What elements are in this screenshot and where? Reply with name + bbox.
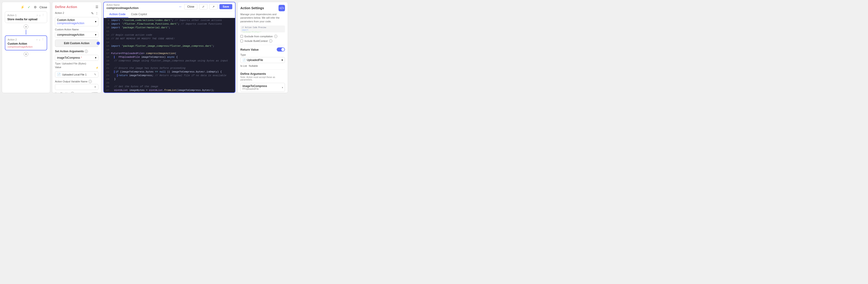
arg-chevron-icon: ▾ [95, 56, 96, 59]
settings-description: Manage your dependencies and parameters … [240, 13, 285, 23]
code-line-19: 19 // compress image using flutter_image… [104, 59, 235, 63]
code-line-26: 26 // Get the bytes of the image [104, 85, 235, 89]
action-node-2-name: Custom Action [8, 42, 44, 45]
code-line-8: 8 import '/custom_code/actions/index.dar… [104, 19, 235, 23]
code-line-17: 17 Future<FFUploadedFile> compressImageA… [104, 52, 235, 56]
set-action-args-info-icon[interactable]: i [85, 50, 88, 53]
add-between-actions-button[interactable]: + [24, 24, 28, 29]
code-line-24: 24 } [104, 78, 235, 82]
back-icon[interactable]: ← [179, 5, 182, 9]
action-node-1-menu[interactable]: ⋮ [42, 13, 44, 17]
type-chevron-icon: ▾ [281, 58, 283, 62]
action-node-2[interactable]: Action 2 ↑ ↓ ⋮ Custom Action compressIma… [5, 35, 47, 50]
arg-name: imageToCompress * [57, 56, 82, 59]
code-close-button[interactable]: Close [184, 4, 197, 9]
type-value-dropdown[interactable]: 📄 UploadedFile ▾ [240, 57, 285, 63]
custom-action-name-label: Custom Action Name [55, 28, 98, 31]
uploaded-file-icon: 📄 [242, 58, 246, 62]
action-node-2-sub: compressImageAction [8, 45, 44, 48]
action-node-2-menu[interactable]: ⋮ [41, 38, 44, 41]
code-editor-content[interactable]: 8 import '/custom_code/actions/index.dar… [104, 18, 235, 92]
action-node-2-controls: ↑ ↓ ⋮ [36, 38, 44, 41]
type-label: Type [240, 53, 285, 56]
arg-required-star: * [81, 56, 82, 59]
return-value-header: Return Value [240, 48, 285, 52]
code-line-18: 18 FFUploadedFile imageToCompress) async… [104, 56, 235, 59]
code-line-27: 27 Uint8List imageBytes = Uint8List.from… [104, 89, 235, 92]
gear-icon[interactable]: ⚙ [33, 5, 38, 9]
define-args-note: Note: Action must accept these as parame… [240, 76, 285, 81]
non-blocking-row: Non-Blocking i [55, 92, 98, 93]
code-line-23: 23 return imageToCompress; // Return ori… [104, 74, 235, 78]
add-after-action2-button[interactable]: + [24, 52, 28, 56]
custom-action-name-accent: compressImageAction [57, 22, 85, 25]
connector-line [26, 30, 26, 34]
exclude-info-icon[interactable]: i [274, 35, 277, 38]
output-variable-label: Action Output Variable Name i [55, 80, 98, 83]
buildcontext-info-icon[interactable]: i [269, 39, 272, 42]
action-node-1-header: Action 1 ↑ ↓ ⋮ [7, 13, 44, 17]
arg-item-imagetocompress[interactable]: imageToCompress FFUploadedFile › [240, 83, 285, 92]
tab-action-code[interactable]: Action Code [106, 11, 128, 18]
type-options-row: Is List Nullable [240, 64, 285, 67]
code-header-buttons: ← Close ⤢ ↗ Save [179, 4, 232, 9]
is-list-option[interactable]: Is List [240, 64, 247, 67]
exclude-compilation-row[interactable]: Exclude from compilation i [240, 35, 285, 38]
exclude-compilation-checkbox[interactable] [240, 35, 243, 38]
custom-action-name-dropdown[interactable]: compressImageAction ▾ [55, 32, 98, 38]
include-buildcontext-row[interactable]: Include BuildContext i [240, 39, 285, 42]
action2-menu-icon[interactable]: ⋮ [95, 11, 98, 15]
exclude-compilation-label: Exclude from compilation [245, 35, 273, 38]
check-icon[interactable]: ✓ [27, 5, 31, 9]
settings-code-icon[interactable]: </> [279, 5, 285, 11]
value-info-icon: ⚡ [96, 66, 98, 69]
action2-label: Action 2 [55, 11, 64, 14]
edit-custom-action-button[interactable]: Edit Custom Action [55, 39, 98, 47]
value-row: Value ⚡ [55, 66, 98, 69]
output-variable-input[interactable]: ✕ [55, 84, 98, 90]
edit-file-button[interactable]: ✎ [94, 73, 96, 76]
action-node-2-up[interactable]: ↑ [36, 38, 38, 41]
set-action-args-header: Set Action Arguments i [55, 50, 98, 53]
non-blocking-info-icon[interactable]: i [71, 92, 74, 93]
tab-code-copilot[interactable]: Code Copilot [128, 11, 150, 18]
output-clear-btn[interactable]: ✕ [94, 85, 96, 89]
action-node-1-up[interactable]: ↑ [36, 13, 38, 17]
expand-button[interactable]: ⤢ [199, 4, 208, 9]
custom-action-name-value: compressImageAction [57, 33, 85, 36]
settings-title: Action Settings [240, 6, 264, 10]
non-blocking-toggle[interactable] [91, 92, 98, 93]
custom-action-type-label: Custom Action compressImageAction [57, 19, 95, 25]
flow-editor-panel: ⚡ ✓ ⚙ Close Action 1 ↑ ↓ ⋮ Store media f… [2, 2, 50, 93]
flow-close-button[interactable]: Close [39, 5, 47, 9]
include-buildcontext-checkbox[interactable] [240, 39, 243, 42]
define-panel-header: Define Action ☰ [55, 5, 98, 9]
return-value-toggle[interactable] [277, 48, 285, 52]
dropdown-chevron-icon: ▾ [95, 20, 96, 23]
action2-section-row: Action 2 ✎ ⋮ [55, 11, 98, 15]
define-panel-icon-btn[interactable]: ☰ [95, 5, 98, 9]
action2-edit-icon[interactable]: ✎ [91, 11, 94, 15]
action-node-2-down[interactable]: ↓ [39, 38, 41, 41]
save-button[interactable]: Save [219, 4, 232, 9]
include-buildcontext-label: Include BuildContext [245, 39, 268, 42]
custom-action-type-dropdown[interactable]: Custom Action compressImageAction ▾ [55, 17, 98, 26]
define-args-section: Define Arguments Note: Action must accep… [240, 72, 285, 92]
code-preview-thumbnail: // Action Code Preview import 'package:f… [240, 26, 285, 32]
external-link-button[interactable]: ↗ [209, 4, 218, 9]
uploaded-file-row: 📄 Uploaded Local File 1 ✎ [55, 72, 98, 78]
code-tabs: Action Code Code Copilot [104, 11, 235, 18]
action-node-1[interactable]: Action 1 ↑ ↓ ⋮ Store media for upload [5, 11, 47, 23]
value-label: Value [55, 66, 61, 68]
output-info-icon[interactable]: i [89, 80, 92, 83]
bolt-icon[interactable]: ⚡ [20, 5, 25, 9]
action-node-1-controls: ↑ ↓ ⋮ [36, 13, 44, 17]
action-node-1-down[interactable]: ↓ [39, 13, 41, 17]
code-line-22: 22 if (imageToCompress.bytes == null || … [104, 70, 235, 74]
define-args-title: Define Arguments [240, 72, 285, 76]
code-editor-panel: Action Name compressImageAction ← Close … [103, 2, 236, 93]
arg-imagetocompress-dropdown[interactable]: imageToCompress * ▾ [55, 55, 98, 61]
set-action-args-label: Set Action Arguments [55, 50, 84, 53]
nullable-option[interactable]: Nullable [249, 64, 258, 67]
code-line-12: 12 // Begin custom action code [104, 34, 235, 37]
